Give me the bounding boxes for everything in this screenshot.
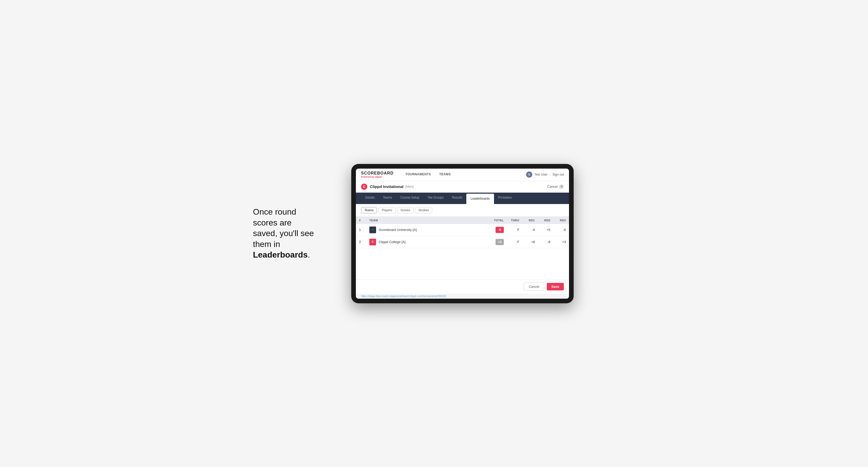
- main-nav: TOURNAMENTS TEAMS: [401, 168, 455, 181]
- tournament-cancel-button[interactable]: Cancel ✕: [547, 184, 564, 189]
- rd1-cell: +8: [523, 236, 538, 248]
- rank-cell: 2: [356, 236, 366, 248]
- user-name: Test User: [534, 173, 548, 176]
- header-right: S Test User | Sign out: [526, 172, 564, 178]
- col-rd1: RD1: [523, 217, 538, 224]
- tab-details[interactable]: Details: [361, 193, 379, 204]
- table-row: 1 ▪▪▪ Scoreboard University [A] -5: [356, 224, 569, 236]
- total-score-badge: +3: [496, 239, 504, 245]
- tournament-name: Clippd Invitational: [370, 184, 403, 189]
- col-rd2: RD2: [538, 217, 554, 224]
- leaderboard-table: # TEAM TOTAL THRU RD1 RD2 RD3 1: [356, 217, 569, 248]
- nav-tournaments[interactable]: TOURNAMENTS: [401, 168, 435, 181]
- bottom-action-bar: Cancel Save: [356, 279, 569, 294]
- thru-cell: F: [507, 224, 523, 236]
- team-cell: C Clippd College [A]: [366, 236, 486, 248]
- cancel-x-icon: ✕: [559, 184, 564, 189]
- content-spacer: [356, 248, 569, 279]
- tablet-screen: SCOREBOARD Powered by clippd TOURNAMENTS…: [356, 168, 569, 299]
- tab-tee-groups[interactable]: Tee Groups: [424, 193, 448, 204]
- user-avatar: S: [526, 172, 532, 178]
- left-description: Once round scores are saved, you'll see …: [253, 207, 336, 260]
- nav-teams[interactable]: TEAMS: [435, 168, 455, 181]
- team-info: ▪▪▪ Scoreboard University [A]: [369, 226, 483, 233]
- total-score-badge: -5: [496, 227, 504, 233]
- thru-cell: F: [507, 236, 523, 248]
- col-thru: THRU: [507, 217, 523, 224]
- app-logo: SCOREBOARD: [361, 171, 394, 176]
- table-row: 2 C Clippd College [A] +3: [356, 236, 569, 248]
- sub-navigation: Details Teams Course Setup Tee Groups Re…: [356, 193, 569, 204]
- tab-results[interactable]: Results: [448, 193, 466, 204]
- team-name: Clippd College [A]: [379, 240, 406, 244]
- tournament-bar: C Clippd Invitational (Men) Cancel ✕: [356, 181, 569, 193]
- col-total: TOTAL: [486, 217, 507, 224]
- rd3-cell: -6: [554, 224, 569, 236]
- team-logo: ▪▪▪: [369, 226, 376, 233]
- cancel-button[interactable]: Cancel: [524, 283, 544, 291]
- powered-by-text: Powered by clippd: [361, 176, 394, 178]
- filter-players-button[interactable]: Players: [378, 207, 396, 213]
- filter-strokes-button[interactable]: Strokes: [415, 207, 432, 213]
- team-info: C Clippd College [A]: [369, 239, 483, 245]
- filter-bar: Teams Players Scores Strokes: [356, 204, 569, 217]
- logo-area: SCOREBOARD Powered by clippd: [361, 171, 394, 178]
- rd1-cell: -4: [523, 224, 538, 236]
- tournament-gender: (Men): [405, 185, 414, 188]
- tab-printables[interactable]: Printables: [494, 193, 516, 204]
- url-bar: https://stage-blue-coach.stagesocerboard…: [356, 294, 569, 299]
- team-cell: ▪▪▪ Scoreboard University [A]: [366, 224, 486, 236]
- save-button[interactable]: Save: [547, 283, 564, 290]
- rank-cell: 1: [356, 224, 366, 236]
- tournament-icon: C: [361, 184, 367, 190]
- table-header-row: # TEAM TOTAL THRU RD1 RD2 RD3: [356, 217, 569, 224]
- rd3-cell: +3: [554, 236, 569, 248]
- team-logo: C: [369, 239, 376, 245]
- sign-out-link[interactable]: Sign out: [553, 173, 564, 176]
- total-cell: -5: [486, 224, 507, 236]
- tab-teams[interactable]: Teams: [379, 193, 396, 204]
- col-rank: #: [356, 217, 366, 224]
- app-header: SCOREBOARD Powered by clippd TOURNAMENTS…: [356, 168, 569, 181]
- col-team: TEAM: [366, 217, 486, 224]
- rd2-cell: +5: [538, 224, 554, 236]
- rd2-cell: -8: [538, 236, 554, 248]
- url-text: https://stage-blue-coach.stagesocerboard…: [361, 295, 446, 298]
- tablet-device: SCOREBOARD Powered by clippd TOURNAMENTS…: [351, 164, 574, 303]
- team-name: Scoreboard University [A]: [379, 228, 417, 232]
- total-cell: +3: [486, 236, 507, 248]
- filter-teams-button[interactable]: Teams: [361, 207, 377, 213]
- tab-course-setup[interactable]: Course Setup: [396, 193, 424, 204]
- col-rd3: RD3: [554, 217, 569, 224]
- tab-leaderboards[interactable]: Leaderboards: [466, 194, 494, 204]
- filter-scores-button[interactable]: Scores: [397, 207, 413, 213]
- header-divider: |: [550, 173, 550, 176]
